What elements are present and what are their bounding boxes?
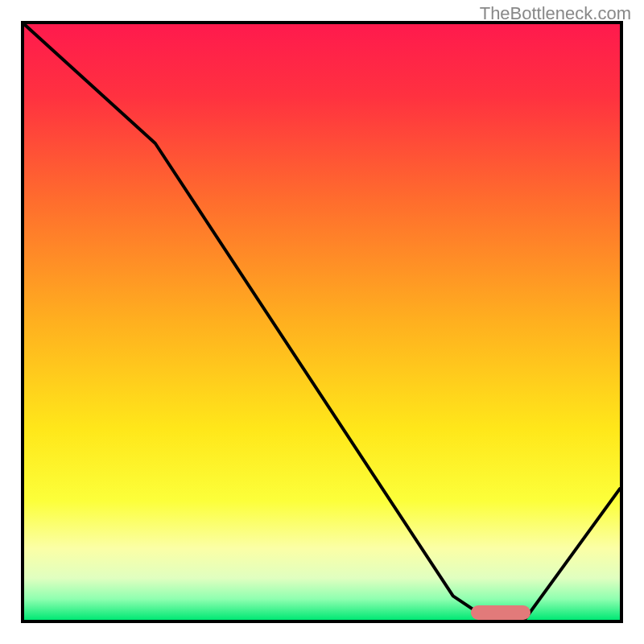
chart-plot-area xyxy=(21,21,623,623)
chart-curve xyxy=(24,24,620,620)
optimal-range-marker xyxy=(471,605,530,620)
watermark-text: TheBottleneck.com xyxy=(480,3,631,24)
